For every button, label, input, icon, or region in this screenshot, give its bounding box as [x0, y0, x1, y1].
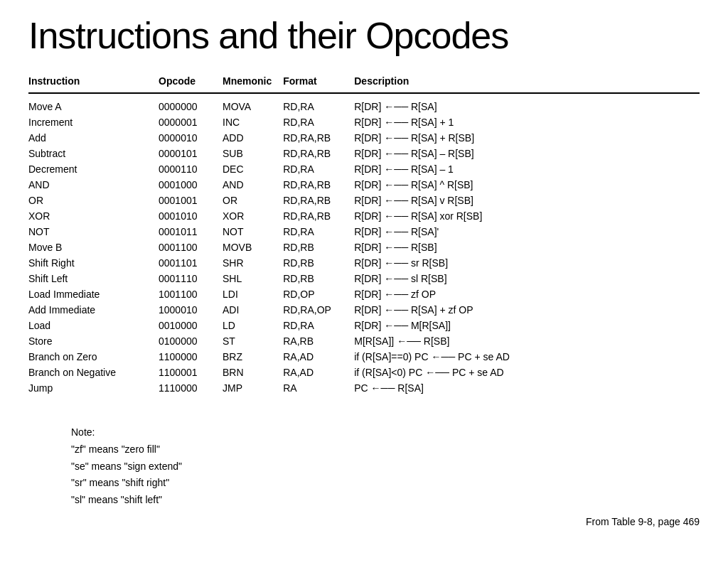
- cell-format: RD,RA: [277, 161, 348, 177]
- cell-opcode: 0000001: [153, 114, 217, 130]
- header-instruction: Instruction: [28, 71, 153, 93]
- table-row: Branch on Negative1100001BRNRA,ADif (R[S…: [28, 365, 700, 380]
- cell-format: RD,RA,RB: [277, 146, 348, 161]
- table-header-row: Instruction Opcode Mnemonic Format Descr…: [28, 71, 700, 93]
- cell-mnemonic: JMP: [217, 380, 277, 396]
- cell-mnemonic: XOR: [217, 208, 277, 224]
- cell-mnemonic: OR: [217, 193, 277, 208]
- notes-section: Note: "zf" means "zero fill""se" means "…: [28, 424, 700, 509]
- cell-mnemonic: ADI: [217, 302, 277, 318]
- cell-opcode: 0000010: [153, 130, 217, 146]
- note-line: "sl" means "shift left": [71, 492, 700, 509]
- table-row: Branch on Zero1100000BRZRA,ADif (R[SA]==…: [28, 349, 700, 365]
- cell-instruction: NOT: [28, 224, 153, 240]
- cell-format: RD,RA: [277, 93, 348, 114]
- cell-mnemonic: SHL: [217, 271, 277, 286]
- cell-opcode: 1100001: [153, 365, 217, 380]
- cell-description: R[DR] ←── R[SA] ^ R[SB]: [348, 177, 700, 193]
- table-row: OR0001001ORRD,RA,RBR[DR] ←── R[SA] v R[S…: [28, 193, 700, 208]
- cell-format: RD,OP: [277, 286, 348, 302]
- cell-opcode: 1100000: [153, 349, 217, 365]
- cell-format: RD,RA,RB: [277, 177, 348, 193]
- cell-mnemonic: NOT: [217, 224, 277, 240]
- cell-format: RD,RA,RB: [277, 130, 348, 146]
- cell-instruction: Increment: [28, 114, 153, 130]
- cell-description: R[DR] ←── R[SA] + zf OP: [348, 302, 700, 318]
- cell-opcode: 0000101: [153, 146, 217, 161]
- cell-format: RD,RB: [277, 271, 348, 286]
- cell-format: RA,RB: [277, 333, 348, 349]
- header-opcode: Opcode: [153, 71, 217, 93]
- cell-opcode: 0001100: [153, 240, 217, 255]
- cell-format: RD,RA,RB: [277, 208, 348, 224]
- header-description: Description: [348, 71, 700, 93]
- table-row: Load0010000LDRD,RAR[DR] ←── M[R[SA]]: [28, 318, 700, 333]
- cell-mnemonic: LDI: [217, 286, 277, 302]
- table-row: Decrement0000110DECRD,RAR[DR] ←── R[SA] …: [28, 161, 700, 177]
- cell-description: if (R[SA]<0) PC ←── PC + se AD: [348, 365, 700, 380]
- footer-text: From Table 9-8, page 469: [28, 516, 700, 527]
- page-title: Instructions and their Opcodes: [28, 14, 700, 57]
- cell-mnemonic: SUB: [217, 146, 277, 161]
- cell-format: RD,RA,RB: [277, 193, 348, 208]
- table-row: Shift Right0001101SHRRD,RBR[DR] ←── sr R…: [28, 255, 700, 271]
- cell-opcode: 1000010: [153, 302, 217, 318]
- cell-description: R[DR] ←── R[SA]: [348, 93, 700, 114]
- instruction-table-container: Instruction Opcode Mnemonic Format Descr…: [28, 71, 700, 396]
- cell-instruction: Load: [28, 318, 153, 333]
- table-row: Store0100000STRA,RBM[R[SA]] ←── R[SB]: [28, 333, 700, 349]
- cell-mnemonic: DEC: [217, 161, 277, 177]
- cell-instruction: Load Immediate: [28, 286, 153, 302]
- cell-instruction: OR: [28, 193, 153, 208]
- cell-instruction: Store: [28, 333, 153, 349]
- cell-instruction: Move B: [28, 240, 153, 255]
- note-line: "zf" means "zero fill": [71, 441, 700, 458]
- cell-opcode: 0001000: [153, 177, 217, 193]
- note-line: "se" means "sign extend": [71, 458, 700, 475]
- table-row: Load Immediate1001100LDIRD,OPR[DR] ←── z…: [28, 286, 700, 302]
- cell-opcode: 1110000: [153, 380, 217, 396]
- header-mnemonic: Mnemonic: [217, 71, 277, 93]
- cell-description: R[DR] ←── R[SA] – R[SB]: [348, 146, 700, 161]
- cell-description: R[DR] ←── sl R[SB]: [348, 271, 700, 286]
- cell-instruction: Move A: [28, 93, 153, 114]
- cell-description: if (R[SA]==0) PC ←── PC + se AD: [348, 349, 700, 365]
- cell-format: RD,RA: [277, 114, 348, 130]
- cell-description: M[R[SA]] ←── R[SB]: [348, 333, 700, 349]
- cell-instruction: XOR: [28, 208, 153, 224]
- cell-instruction: Shift Right: [28, 255, 153, 271]
- table-row: Add0000010ADDRD,RA,RBR[DR] ←── R[SA] + R…: [28, 130, 700, 146]
- cell-opcode: 1001100: [153, 286, 217, 302]
- cell-opcode: 0001011: [153, 224, 217, 240]
- cell-opcode: 0001110: [153, 271, 217, 286]
- cell-mnemonic: MOVA: [217, 93, 277, 114]
- cell-mnemonic: AND: [217, 177, 277, 193]
- cell-description: R[DR] ←── R[SA] xor R[SB]: [348, 208, 700, 224]
- cell-opcode: 0000110: [153, 161, 217, 177]
- cell-mnemonic: INC: [217, 114, 277, 130]
- cell-instruction: Branch on Zero: [28, 349, 153, 365]
- cell-mnemonic: BRN: [217, 365, 277, 380]
- note-line: "sr" means "shift right": [71, 475, 700, 492]
- cell-instruction: Subtract: [28, 146, 153, 161]
- cell-mnemonic: ADD: [217, 130, 277, 146]
- table-row: Move B0001100MOVBRD,RBR[DR] ←── R[SB]: [28, 240, 700, 255]
- cell-description: PC ←── R[SA]: [348, 380, 700, 396]
- cell-mnemonic: SHR: [217, 255, 277, 271]
- cell-instruction: Decrement: [28, 161, 153, 177]
- cell-opcode: 0001010: [153, 208, 217, 224]
- cell-instruction: Add Immediate: [28, 302, 153, 318]
- cell-format: RD,RB: [277, 255, 348, 271]
- cell-mnemonic: MOVB: [217, 240, 277, 255]
- cell-mnemonic: ST: [217, 333, 277, 349]
- instruction-table: Instruction Opcode Mnemonic Format Descr…: [28, 71, 700, 396]
- cell-instruction: Branch on Negative: [28, 365, 153, 380]
- table-row: Jump1110000JMPRAPC ←── R[SA]: [28, 380, 700, 396]
- cell-description: R[DR] ←── R[SA] v R[SB]: [348, 193, 700, 208]
- cell-description: R[DR] ←── R[SA]': [348, 224, 700, 240]
- cell-description: R[DR] ←── sr R[SB]: [348, 255, 700, 271]
- cell-format: RA,AD: [277, 365, 348, 380]
- cell-description: R[DR] ←── R[SA] + 1: [348, 114, 700, 130]
- cell-format: RA,AD: [277, 349, 348, 365]
- notes-label: Note:: [71, 424, 700, 441]
